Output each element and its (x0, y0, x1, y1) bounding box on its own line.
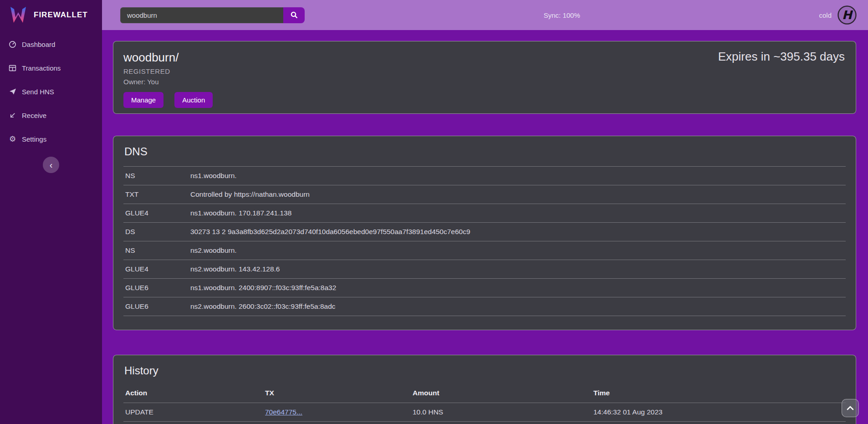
history-header-row: Action TX Amount Time (123, 385, 846, 403)
dns-record-value: ns2.woodburn. (189, 241, 846, 260)
brand: FIREWALLET (0, 0, 102, 30)
dns-record-type: TXT (123, 185, 189, 204)
main-content: woodburn/ REGISTERED Owner: You Manage A… (102, 30, 868, 424)
dns-record-value: ns2.woodburn. 143.42.128.6 (189, 260, 846, 279)
history-card-title: History (124, 364, 846, 377)
search-input[interactable] (120, 7, 283, 23)
history-amount: 10.0 HNS (411, 403, 592, 422)
firewallet-logo-icon (9, 6, 27, 24)
history-col-amount: Amount (411, 385, 592, 403)
handshake-logo-icon: H (837, 5, 857, 25)
history-table: Action TX Amount Time UPDATE 70e64775...… (123, 385, 846, 424)
sidebar-item-label: Transactions (22, 64, 61, 72)
dns-record-row: GLUE4 ns1.woodburn. 170.187.241.138 (123, 204, 846, 223)
history-action: UPDATE (123, 403, 263, 422)
dns-table: NS ns1.woodburn. TXT Controlled by https… (123, 166, 846, 316)
history-time: 15:47:36 07 Feb 2023 (592, 422, 846, 424)
brand-name: FIREWALLET (34, 10, 88, 20)
sidebar-item-receive[interactable]: Receive (0, 108, 102, 122)
history-row: RENEW d7b4c5... 10.0 HNS 15:47:36 07 Feb… (123, 422, 846, 424)
dns-record-value: ns2.woodburn. 2600:3c02::f03c:93ff:fe5a:… (189, 297, 846, 316)
wallet-selector[interactable]: cold H (819, 5, 857, 25)
send-icon (8, 88, 17, 95)
svg-text:H: H (842, 8, 853, 22)
dns-card-title: DNS (124, 145, 846, 158)
dns-record-value: 30273 13 2 9a3a8fb3d625d2a2073d740f10da6… (189, 223, 846, 241)
dns-record-type: GLUE4 (123, 204, 189, 223)
sidebar-item-label: Receive (22, 112, 46, 119)
history-row: UPDATE 70e64775... 10.0 HNS 14:46:32 01 … (123, 403, 846, 422)
dns-record-type: DS (123, 223, 189, 241)
dns-record-row: NS ns2.woodburn. (123, 241, 846, 260)
tx-link[interactable]: 70e64775... (265, 408, 302, 416)
chevron-up-icon (847, 406, 854, 410)
dns-card: DNS NS ns1.woodburn. TXT Controlled by h… (113, 136, 856, 330)
table-icon (8, 64, 17, 72)
dns-record-row: GLUE6 ns1.woodburn. 2400:8907::f03c:93ff… (123, 279, 846, 297)
sidebar-nav: Dashboard Transactions Send HNS (0, 37, 102, 146)
dns-record-type: NS (123, 241, 189, 260)
history-time: 14:46:32 01 Aug 2023 (592, 403, 846, 422)
chevron-left-icon: ‹ (50, 160, 53, 170)
sidebar: FIREWALLET Dashboard Transactions (0, 0, 102, 424)
dns-record-value: ns1.woodburn. 2400:8907::f03c:93ff:fe5a:… (189, 279, 846, 297)
sidebar-item-dashboard[interactable]: Dashboard (0, 37, 102, 51)
gear-icon: ⚙ (8, 134, 17, 144)
sidebar-collapse-button[interactable]: ‹ (43, 157, 59, 173)
domain-owner: Owner: You (123, 78, 846, 86)
search-group (120, 7, 305, 23)
history-action: RENEW (123, 422, 263, 424)
sidebar-item-settings[interactable]: ⚙ Settings (0, 132, 102, 146)
dns-record-row: GLUE6 ns2.woodburn. 2600:3c02::f03c:93ff… (123, 297, 846, 316)
expires-label: Expires in ~395.35 days (718, 50, 845, 64)
dns-record-value: Controlled by https://nathan.woodburn (189, 185, 846, 204)
domain-card: woodburn/ REGISTERED Owner: You Manage A… (113, 41, 856, 114)
sidebar-item-transactions[interactable]: Transactions (0, 61, 102, 75)
history-col-action: Action (123, 385, 263, 403)
search-icon (290, 11, 298, 19)
wallet-name: cold (819, 11, 832, 19)
history-col-tx: TX (263, 385, 411, 403)
history-card: History Action TX Amount Time UPDATE 70e… (113, 355, 856, 424)
sidebar-item-label: Settings (22, 135, 46, 143)
search-button[interactable] (283, 7, 305, 23)
manage-button[interactable]: Manage (123, 92, 163, 108)
sidebar-item-label: Dashboard (22, 41, 55, 48)
sync-status: Sync: 100% (305, 11, 819, 19)
history-amount: 10.0 HNS (411, 422, 592, 424)
dns-record-value: ns1.woodburn. (189, 167, 846, 185)
dns-record-value: ns1.woodburn. 170.187.241.138 (189, 204, 846, 223)
dns-record-row: GLUE4 ns2.woodburn. 143.42.128.6 (123, 260, 846, 279)
dns-record-type: NS (123, 167, 189, 185)
dns-record-type: GLUE4 (123, 260, 189, 279)
domain-status-badge: REGISTERED (123, 67, 846, 75)
history-col-time: Time (592, 385, 846, 403)
scroll-to-top-button[interactable] (842, 399, 859, 417)
gauge-icon (8, 41, 17, 48)
dns-record-row: NS ns1.woodburn. (123, 167, 846, 185)
dns-record-row: DS 30273 13 2 9a3a8fb3d625d2a2073d740f10… (123, 223, 846, 241)
auction-button[interactable]: Auction (174, 92, 213, 108)
sidebar-item-send-hns[interactable]: Send HNS (0, 85, 102, 98)
dns-record-type: GLUE6 (123, 279, 189, 297)
sidebar-item-label: Send HNS (22, 88, 54, 96)
receive-arrow-icon (8, 112, 17, 119)
topbar: Sync: 100% cold H (102, 0, 868, 30)
dns-record-type: GLUE6 (123, 297, 189, 316)
dns-record-row: TXT Controlled by https://nathan.woodbur… (123, 185, 846, 204)
